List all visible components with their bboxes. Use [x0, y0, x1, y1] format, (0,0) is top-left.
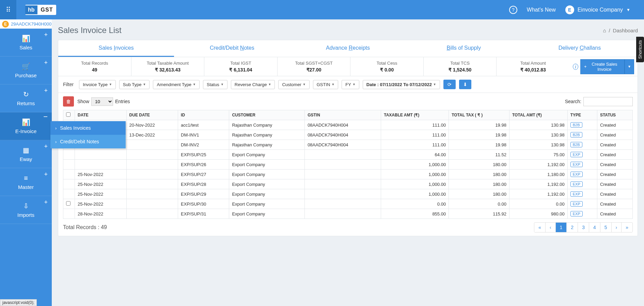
cell-due: 20-Nov-2022 [126, 120, 178, 130]
page-btn-nav[interactable]: › [612, 223, 622, 232]
info-icon[interactable]: i [573, 64, 578, 70]
cell-gstin [305, 189, 381, 199]
filter-status[interactable]: Status ▼ [203, 80, 227, 89]
logo[interactable]: hb GST [25, 5, 56, 15]
cell-due [126, 179, 178, 189]
table-row[interactable]: 25-Nov-2022 EXP/SUP/27 Export Company 1,… [63, 170, 633, 179]
table-row[interactable]: 28-Nov-2022 EXP/SUP/31 Export Company 85… [63, 209, 633, 219]
page-header: Sales Invoice List ⌂ / Dashboard [58, 26, 638, 35]
download-button[interactable]: ⬇ [459, 80, 471, 89]
create-sales-invoice-button[interactable]: + Create Sales Invoice [580, 59, 625, 74]
plus-icon[interactable]: + [44, 87, 48, 94]
whats-new-link[interactable]: What's New [527, 7, 556, 13]
select-all-checkbox[interactable] [66, 112, 70, 117]
delete-button[interactable]: 🗑 [63, 96, 74, 107]
table-row[interactable]: EXP/SUP/26 Export Company 1,000.00 180.0… [63, 160, 633, 170]
page-btn-2[interactable]: 2 [567, 223, 578, 232]
sidebar-item-purchase[interactable]: + 🛒 Purchase [0, 57, 52, 84]
table-row[interactable]: 25-Nov-2022 EXP/SUP/30 Export Company 0.… [63, 199, 633, 209]
sidebar-item-sales[interactable]: + 📊 Sales [0, 29, 52, 57]
page-btn-5[interactable]: 5 [600, 223, 612, 232]
create-invoice-dropdown[interactable]: ▼ [625, 59, 634, 74]
sidebar-item-master[interactable]: + ≡ Master [0, 168, 52, 196]
sidebar-item-label: Imports [17, 212, 34, 218]
tab-creditdebitnotes[interactable]: Credit/Debit Notes [174, 40, 290, 57]
col-totaltax[interactable]: TOTAL TAX ( ₹ ) [449, 110, 509, 120]
col-status[interactable]: STATUS [597, 110, 632, 120]
page-btn-nav[interactable]: ‹ [546, 223, 556, 232]
total-label: Total SGST+CGST [278, 61, 350, 66]
breadcrumb-current[interactable]: Dashboard [613, 28, 638, 33]
plus-icon[interactable]: + [44, 31, 48, 38]
minus-icon[interactable]: − [43, 115, 48, 118]
table-row[interactable]: 03-Dec-2022 13-Dec-2022 DM-INV1 Rajastha… [63, 130, 633, 140]
sidebar-item-label: E-Invoice [15, 128, 37, 134]
cell-gstin: 08AADCK7940H004 [305, 140, 381, 150]
help-icon[interactable]: ? [509, 6, 517, 14]
col-id[interactable]: ID [178, 110, 229, 120]
table-footer: Total Records : 49 «‹12345›» [58, 219, 638, 236]
cell-type: EXP [567, 199, 597, 209]
table-row[interactable]: DM-INV2 Rajasthan Company 08AADCK7940H00… [63, 140, 633, 150]
cell-date: 25-Nov-2022 [75, 179, 127, 189]
col-gstin[interactable]: GSTIN [305, 110, 381, 120]
col-date[interactable]: DATE [75, 110, 127, 120]
cell-gstin [305, 209, 381, 219]
table-row[interactable]: 25-Nov-2022 EXP/SUP/29 Export Company 1,… [63, 189, 633, 199]
refresh-button[interactable]: ⟳ [443, 80, 456, 89]
col-taxableamt[interactable]: TAXABLE AMT (₹) [381, 110, 449, 120]
page-btn-3[interactable]: 3 [578, 223, 589, 232]
filter-invoicetype[interactable]: Invoice Type ▼ [79, 80, 116, 89]
col-totalamt[interactable]: TOTAL AMT (₹) [509, 110, 567, 120]
submenu-label: Sales Invoices [60, 125, 91, 131]
submenu-item-salesinvoices[interactable]: ›Sales Invoices [50, 121, 126, 135]
filter-amendmenttype[interactable]: Amendment Type ▼ [153, 80, 200, 89]
tab-deliverychallans[interactable]: Delivery Challans [522, 40, 638, 57]
filter-reversecharge[interactable]: Reverse Charge ▼ [231, 80, 275, 89]
gstin-avatar: E [2, 21, 9, 28]
sidebar-item-einvoice[interactable]: − 📊 E-Invoice [0, 112, 52, 140]
cell-status: Created [597, 160, 632, 170]
total-label: Total Taxable Amount [131, 61, 204, 66]
col-type[interactable]: TYPE [567, 110, 597, 120]
tab-salesinvoices[interactable]: Sales Invoices [58, 40, 174, 57]
company-selector[interactable]: E Einvoice Company ▼ [565, 5, 630, 14]
shortcuts-tab[interactable]: Shortcuts [636, 37, 644, 62]
table-row[interactable]: EXP/SUP/25 Export Company 64.00 11.52 75… [63, 150, 633, 160]
cell-totalamt: 1,180.00 [509, 170, 567, 179]
sidebar-item-imports[interactable]: + ⇩ Imports [0, 196, 52, 224]
filter-fy[interactable]: FY ▼ [342, 80, 359, 89]
tab-billsofsupply[interactable]: Bills of Supply [406, 40, 522, 57]
row-checkbox[interactable] [66, 201, 70, 206]
entries-select[interactable]: 10 [91, 97, 113, 106]
page-btn-nav[interactable]: » [622, 223, 632, 232]
col-duedate[interactable]: DUE DATE [126, 110, 178, 120]
plus-icon[interactable]: + [44, 143, 48, 150]
submenu-item-creditdebitnotes[interactable]: ›Credit/Debit Notes [50, 135, 126, 148]
filter-customer[interactable]: Customer ▼ [278, 80, 309, 89]
col-customer[interactable]: CUSTOMER [229, 110, 305, 120]
cell-status: Created [597, 130, 632, 140]
table-row[interactable]: 25-Nov-2022 EXP/SUP/28 Export Company 1,… [63, 179, 633, 189]
search-input[interactable] [583, 97, 633, 106]
filter-subtype[interactable]: Sub Type ▼ [119, 80, 150, 89]
gstin-selector[interactable]: E 29AADCK7940H000 [0, 19, 52, 29]
app-grid-button[interactable]: ⠿ [0, 0, 16, 19]
filter-gstin[interactable]: GSTIN ▼ [313, 80, 339, 89]
cell-customer: Export Company [229, 150, 305, 160]
filter-btn-label: Invoice Type [83, 82, 108, 87]
tab-advancereceipts[interactable]: Advance Receipts [290, 40, 406, 57]
plus-icon[interactable]: + [44, 171, 48, 178]
page-btn-nav[interactable]: « [534, 223, 546, 232]
sidebar-item-returns[interactable]: + ↻ Returns [0, 84, 52, 112]
sidebar-item-eway[interactable]: + ▦ Eway [0, 140, 52, 168]
date-range-filter[interactable]: Date : 07/11/2022 To 07/12/2022 ▼ [363, 80, 440, 89]
page-btn-4[interactable]: 4 [589, 223, 600, 232]
plus-icon[interactable]: + [44, 199, 48, 206]
home-icon[interactable]: ⌂ [603, 28, 606, 33]
page-btn-1[interactable]: 1 [556, 223, 567, 232]
table-row[interactable]: 10-Nov-2022 20-Nov-2022 acc1/test Rajast… [63, 120, 633, 130]
plus-icon[interactable]: + [44, 59, 48, 66]
row-checkbox-cell [63, 199, 75, 209]
type-badge: B2B [570, 142, 582, 147]
